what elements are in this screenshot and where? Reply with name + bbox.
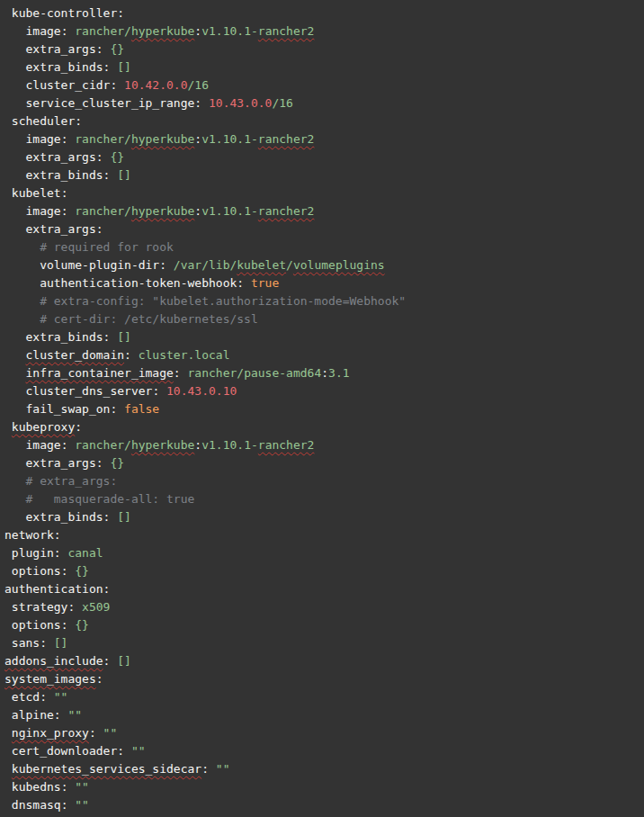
code-line[interactable]: extra_binds: [] xyxy=(4,58,644,76)
code-token-pun: : xyxy=(61,132,76,146)
code-line[interactable]: image: rancher/hyperkube:v1.10.1-rancher… xyxy=(4,202,644,220)
code-token-key: extra_args xyxy=(4,456,96,470)
code-token-com: # required for rook xyxy=(4,240,174,254)
code-line[interactable]: extra_args: {} xyxy=(4,40,644,58)
code-token-misspelled: hyperkube xyxy=(131,204,194,218)
code-token-key: etcd xyxy=(4,690,40,704)
code-token-pun: : xyxy=(40,636,54,650)
code-line[interactable]: scheduler: xyxy=(4,112,644,130)
code-token-str: cluster.local xyxy=(139,348,230,362)
code-line[interactable]: network: xyxy=(4,526,644,544)
code-line[interactable]: system_images: xyxy=(4,670,644,688)
code-line[interactable]: options: {} xyxy=(4,562,644,580)
code-line[interactable]: image: rancher/hyperkube:v1.10.1-rancher… xyxy=(4,436,644,454)
code-token-pun: : xyxy=(194,96,209,110)
code-token-pun: : xyxy=(194,132,201,146)
code-token-pun: : xyxy=(96,672,103,686)
code-line[interactable]: service_cluster_ip_range: 10.43.0.0/16 xyxy=(4,94,644,112)
code-line[interactable]: alpine: "" xyxy=(4,706,644,724)
code-editor-text-area[interactable]: kube-controller: image: rancher/hyperkub… xyxy=(0,0,644,817)
code-token-num: 10.42.0.0 xyxy=(124,78,187,92)
code-token-pun: : xyxy=(61,618,76,632)
code-token-pun: : xyxy=(201,762,216,776)
code-token-str: /16 xyxy=(188,78,209,92)
code-line[interactable]: plugin: canal xyxy=(4,544,644,562)
code-line[interactable]: image: rancher/hyperkube:v1.10.1-rancher… xyxy=(4,130,644,148)
code-token-key: cluster_cidr xyxy=(4,78,110,92)
code-token-misspelled: kubelet xyxy=(237,258,286,272)
code-line[interactable]: nginx_proxy: "" xyxy=(4,724,644,742)
code-token-pun: : xyxy=(174,366,188,380)
code-token-pun: : xyxy=(67,600,82,614)
code-token-bool: true xyxy=(251,276,279,290)
code-line[interactable]: dnsmasq: "" xyxy=(4,796,644,814)
code-token-bool: false xyxy=(124,402,159,416)
code-token-pun xyxy=(4,726,12,740)
code-line[interactable]: fail_swap_on: false xyxy=(4,400,644,418)
code-line[interactable]: extra_binds: [] xyxy=(4,508,644,526)
code-line[interactable]: addons_include: [] xyxy=(4,652,644,670)
code-token-key: sans xyxy=(4,636,40,650)
code-line[interactable]: image: rancher/hyperkube:v1.10.1-rancher… xyxy=(4,22,644,40)
code-token-key: dnsmasq xyxy=(4,798,61,812)
code-line[interactable]: kubeproxy: xyxy=(4,418,644,436)
code-token-pun xyxy=(4,366,25,380)
code-line[interactable]: kubelet: xyxy=(4,184,644,202)
code-line[interactable]: # extra_args: xyxy=(4,472,644,490)
code-token-pun: : xyxy=(110,402,124,416)
code-line[interactable]: # cert-dir: /etc/kubernetes/ssl xyxy=(4,310,644,328)
code-line[interactable]: options: {} xyxy=(4,616,644,634)
code-token-pun: : xyxy=(61,798,76,812)
code-token-str: {} xyxy=(110,150,124,164)
code-token-key: authentication xyxy=(4,582,103,596)
code-line[interactable]: kubernetes_services_sidecar: "" xyxy=(4,760,644,778)
code-line[interactable]: authentication-token-webhook: true xyxy=(4,274,644,292)
code-line[interactable]: cluster_dns_server: 10.43.0.10 xyxy=(4,382,644,400)
code-line[interactable]: kube-controller: xyxy=(4,4,644,22)
code-line[interactable]: extra_binds: [] xyxy=(4,166,644,184)
code-token-key: cluster_dns_server xyxy=(4,384,152,398)
code-token-pun: : xyxy=(75,420,82,434)
code-token-com: # extra-config: "kubelet.authorization-m… xyxy=(4,294,406,308)
code-line[interactable]: cert_downloader: "" xyxy=(4,742,644,760)
code-line[interactable]: sans: [] xyxy=(4,634,644,652)
code-token-misspelled: system_images xyxy=(4,672,96,686)
code-token-str: [] xyxy=(117,330,131,344)
code-line[interactable]: etcd: "" xyxy=(4,688,644,706)
code-line[interactable]: extra_binds: [] xyxy=(4,328,644,346)
code-token-misspelled: infra_container_image xyxy=(25,366,173,380)
code-token-pun: : xyxy=(103,510,118,524)
code-token-key: cert_downloader xyxy=(4,744,117,758)
code-line[interactable]: # extra-config: "kubelet.authorization-m… xyxy=(4,292,644,310)
code-line[interactable]: kubedns: "" xyxy=(4,778,644,796)
code-token-str: rancher/ xyxy=(75,132,131,146)
code-line[interactable]: # required for rook xyxy=(4,238,644,256)
code-token-com: # masquerade-all: true xyxy=(4,492,194,506)
code-token-misspelled: rancher2 xyxy=(258,132,315,146)
code-token-pun: : xyxy=(54,528,61,542)
code-line[interactable]: cluster_domain: cluster.local xyxy=(4,346,644,364)
code-token-pun: : xyxy=(61,564,76,578)
code-line[interactable]: # masquerade-all: true xyxy=(4,490,644,508)
code-token-misspelled: hyperkube xyxy=(131,438,194,452)
code-line[interactable]: authentication: xyxy=(4,580,644,598)
code-token-str: v1.10.1- xyxy=(201,132,258,146)
code-token-com: # cert-dir: /etc/kubernetes/ssl xyxy=(4,312,258,326)
code-token-key: strategy xyxy=(4,600,67,614)
code-token-str: "" xyxy=(103,726,118,740)
code-line[interactable]: extra_args: {} xyxy=(4,454,644,472)
code-token-str: [] xyxy=(117,168,131,182)
code-token-key: image xyxy=(4,438,61,452)
code-token-pun xyxy=(4,762,12,776)
code-token-pun: : xyxy=(61,438,76,452)
code-token-pun: : xyxy=(103,168,118,182)
code-line[interactable]: infra_container_image: rancher/pause-amd… xyxy=(4,364,644,382)
code-token-key: plugin xyxy=(4,546,54,560)
code-line[interactable]: cluster_cidr: 10.42.0.0/16 xyxy=(4,76,644,94)
code-token-key: alpine xyxy=(4,708,54,722)
code-line[interactable]: extra_args: {} xyxy=(4,148,644,166)
code-token-key: extra_binds xyxy=(4,168,103,182)
code-line[interactable]: extra_args: xyxy=(4,220,644,238)
code-line[interactable]: volume-plugin-dir: /var/lib/kubelet/volu… xyxy=(4,256,644,274)
code-line[interactable]: strategy: x509 xyxy=(4,598,644,616)
